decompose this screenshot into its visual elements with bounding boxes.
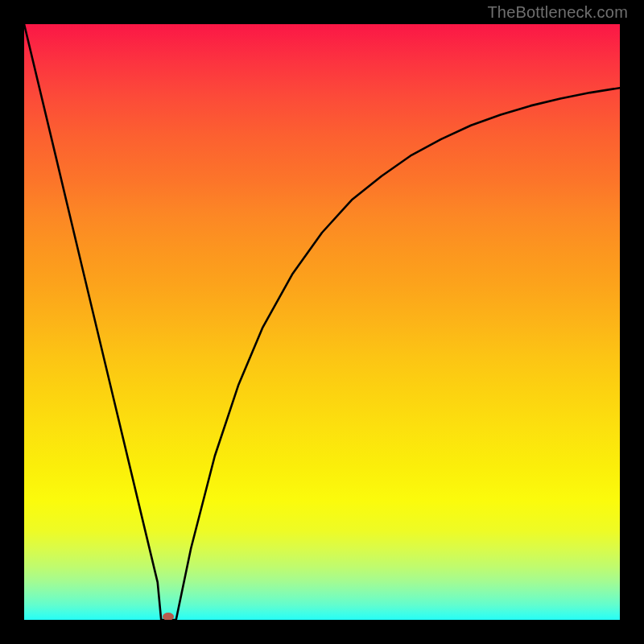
optimal-point-marker: [163, 613, 174, 620]
chart-container: TheBottleneck.com: [0, 0, 644, 644]
bottleneck-curve: [24, 24, 620, 620]
attribution-label: TheBottleneck.com: [487, 3, 628, 22]
plot-area: [24, 24, 620, 620]
